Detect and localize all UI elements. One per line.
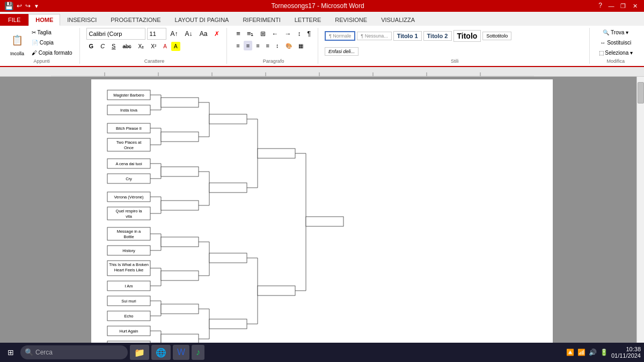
change-case[interactable]: Aa (197, 28, 210, 39)
increase-indent[interactable]: → (282, 28, 294, 39)
tab-home[interactable]: HOME (28, 14, 60, 26)
highlight-color[interactable]: A (171, 42, 180, 51)
quick-access-undo[interactable]: ↩ (17, 2, 22, 10)
bold-button[interactable]: G (86, 41, 97, 51)
align-left[interactable]: ≡ (233, 41, 242, 50)
font-size[interactable] (147, 28, 166, 40)
volume-icon[interactable]: 🔊 (589, 349, 597, 356)
align-right[interactable]: ≡ (253, 41, 262, 50)
tab-visualizza[interactable]: VISUALIZZA (374, 14, 422, 26)
svg-text:Cry: Cry (126, 176, 132, 181)
network-icon[interactable]: 📶 (577, 349, 586, 356)
svg-text:A cena dai tuoi: A cena dai tuoi (115, 161, 142, 166)
quick-access-customize[interactable]: ▼ (34, 3, 39, 9)
svg-rect-96 (258, 149, 295, 158)
start-button[interactable]: ⊞ (3, 345, 18, 360)
italic-button[interactable]: C (98, 41, 107, 51)
close-button[interactable]: ✕ (630, 2, 640, 10)
tab-inserisci[interactable]: INSERISCI (60, 14, 104, 26)
battery-icon[interactable]: 🔋 (600, 349, 608, 356)
ruler (0, 67, 644, 77)
multilevel-list[interactable]: ⊞ (258, 28, 268, 39)
numbering-button[interactable]: ≡₁ (244, 28, 257, 39)
incolla-button[interactable]: 📋 (9, 29, 26, 51)
tab-progettazione[interactable]: PROGETTAZIONE (104, 14, 167, 26)
svg-text:Two Places at: Two Places at (116, 140, 142, 145)
svg-text:Message in a: Message in a (117, 229, 141, 234)
svg-rect-72 (161, 304, 199, 314)
svg-text:Echo: Echo (124, 314, 133, 319)
strikethrough-button[interactable]: abc (120, 42, 134, 51)
style-sottotitolo[interactable]: Sottotitolo (482, 32, 511, 40)
chrome-button[interactable]: 🌐 (151, 345, 171, 360)
search-icon: 🔍 (25, 348, 33, 356)
document-page: Magister Barbero Insta lova Bitch Please… (91, 79, 553, 350)
shading-color[interactable]: 🎨 (283, 41, 295, 50)
style-enfasi[interactable]: Enfasi deli... (325, 47, 358, 56)
minimize-button[interactable]: — (606, 2, 616, 10)
svg-rect-56 (161, 167, 199, 176)
show-marks[interactable]: ¶ (305, 28, 313, 39)
tab-file[interactable]: FILE (0, 14, 28, 26)
svg-text:This Is What a Broken: This Is What a Broken (109, 262, 149, 267)
svg-text:Verona (Vérone): Verona (Vérone) (114, 195, 144, 200)
quick-access-save[interactable]: 💾 (4, 2, 13, 10)
underline-button[interactable]: S (109, 41, 118, 51)
scrollbar-right[interactable] (636, 77, 644, 350)
subscript-button[interactable]: X₂ (136, 42, 147, 51)
search-wrapper: 🔍 (20, 345, 128, 359)
svg-rect-64 (161, 237, 199, 247)
tab-layout[interactable]: LAYOUT DI PAGINA (168, 14, 236, 26)
svg-rect-88 (209, 253, 247, 263)
svg-rect-80 (209, 114, 247, 124)
date: 01/11/2024 (611, 352, 641, 359)
copia-button[interactable]: 📄 Copia (29, 38, 75, 47)
sort-button[interactable]: ↕ (295, 28, 304, 39)
scrollbar-thumb[interactable] (638, 82, 644, 104)
group-carattere: A↑ A↓ Aa ✗ G C S abc X₂ X² A A Carattere (82, 28, 228, 64)
svg-rect-68 (161, 271, 199, 280)
time: 10:38 (611, 346, 641, 352)
align-center[interactable]: ≡ (244, 41, 252, 50)
spotify-button[interactable]: ♪ (192, 345, 204, 360)
bullets-button[interactable]: ≡ (233, 28, 243, 39)
svg-rect-48 (161, 98, 199, 107)
svg-rect-92 (209, 319, 247, 329)
clock[interactable]: 10:38 01/11/2024 (611, 346, 641, 359)
style-normale[interactable]: ¶ Normale (325, 31, 355, 41)
justify[interactable]: ≡ (264, 41, 272, 50)
clear-format[interactable]: ✗ (211, 28, 222, 39)
restore-button[interactable]: ❐ (618, 2, 628, 10)
font-size-increase[interactable]: A↑ (168, 28, 181, 39)
style-nessuna[interactable]: ¶ Nessuna... (357, 32, 391, 40)
superscript-button[interactable]: X² (148, 42, 159, 51)
sostituisci-button[interactable]: ↔ Sostituisci (597, 38, 634, 47)
font-selector[interactable] (86, 28, 145, 40)
style-titolo[interactable]: Titolo (453, 30, 481, 42)
border-button[interactable]: ▦ (296, 41, 306, 50)
tab-revisione[interactable]: REVISIONE (328, 14, 374, 26)
svg-text:vita: vita (126, 214, 133, 219)
file-explorer-button[interactable]: 📁 (130, 345, 149, 360)
group-modifica: 🔍 Trova ▾ ↔ Sostituisci ⬚ Seleziona ▾ Mo… (592, 28, 640, 64)
style-titolo2[interactable]: Titolo 2 (423, 31, 452, 41)
taglia-button[interactable]: ✂ Taglia (29, 28, 75, 37)
font-size-decrease[interactable]: A↓ (182, 28, 195, 39)
quick-access-redo[interactable]: ↪ (25, 2, 31, 10)
taskbar-search[interactable] (20, 345, 128, 359)
line-spacing[interactable]: ↕ (273, 41, 282, 50)
copia-formato-button[interactable]: 🖌 Copia formato (29, 48, 75, 57)
svg-text:Quel respiro la: Quel respiro la (116, 209, 143, 213)
decrease-indent[interactable]: ← (269, 28, 281, 39)
bracket-chart: Magister Barbero Insta lova Bitch Please… (102, 85, 531, 350)
svg-text:Heart Feels Like: Heart Feels Like (114, 268, 144, 272)
seleziona-button[interactable]: ⬚ Seleziona ▾ (596, 48, 635, 57)
word-button[interactable]: W (173, 345, 189, 360)
style-titolo1[interactable]: Titolo 1 (393, 31, 422, 41)
trova-button[interactable]: 🔍 Trova ▾ (600, 28, 631, 37)
help-icon[interactable]: ? (596, 2, 604, 10)
tab-lettere[interactable]: LETTERE (288, 14, 328, 26)
tab-riferimenti[interactable]: RIFERIMENTI (236, 14, 287, 26)
font-color[interactable]: A (160, 42, 170, 51)
svg-text:Insta lova: Insta lova (120, 108, 138, 113)
